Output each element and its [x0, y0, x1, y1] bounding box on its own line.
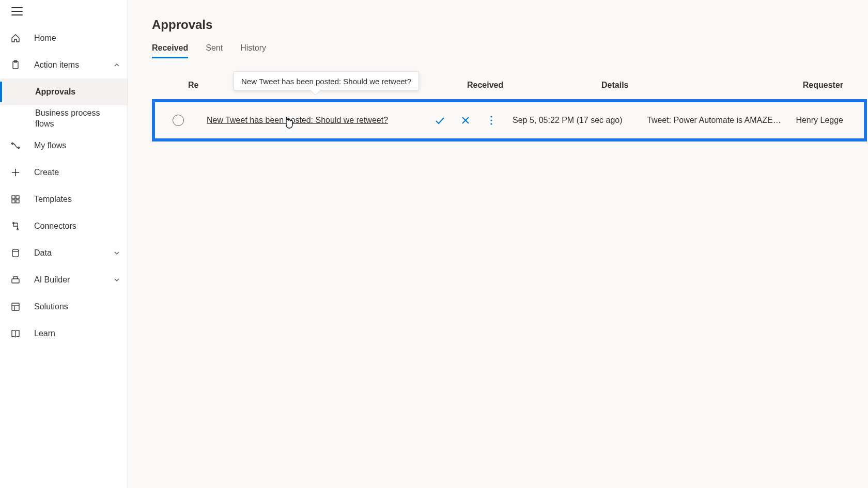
- cell-received: Sep 5, 05:22 PM (17 sec ago): [513, 116, 647, 125]
- svg-rect-9: [16, 200, 19, 203]
- column-header-requester[interactable]: Requester: [741, 81, 868, 90]
- chevron-down-icon: [113, 249, 120, 257]
- sidebar-item-create[interactable]: Create: [0, 159, 128, 186]
- sidebar-item-business-process-flows[interactable]: Business process flows: [0, 105, 128, 132]
- svg-point-22: [490, 123, 492, 124]
- sidebar-item-learn[interactable]: Learn: [0, 320, 128, 347]
- sidebar-item-label: Solutions: [34, 302, 120, 312]
- svg-rect-13: [12, 279, 19, 283]
- table-row[interactable]: New Tweet has been posted: Should we ret…: [155, 115, 864, 126]
- tabs: Received Sent History: [152, 43, 868, 58]
- svg-point-20: [490, 116, 492, 117]
- sidebar-item-action-items[interactable]: Action items: [0, 52, 128, 78]
- book-icon: [10, 328, 21, 339]
- sidebar-item-label: Business process flows: [35, 108, 120, 130]
- flows-icon: [10, 140, 21, 151]
- cell-details: Tweet: Power Automate is AMAZEBA…: [647, 116, 786, 125]
- sidebar: Home Action items Approvals Business pro…: [0, 0, 128, 488]
- sidebar-item-my-flows[interactable]: My flows: [0, 132, 128, 159]
- sidebar-item-label: Create: [34, 167, 120, 178]
- home-icon: [10, 33, 21, 43]
- page-title: Approvals: [152, 18, 868, 32]
- svg-rect-7: [16, 196, 19, 199]
- sidebar-item-label: Learn: [34, 328, 120, 339]
- sidebar-item-home[interactable]: Home: [0, 25, 128, 52]
- reject-button[interactable]: [460, 115, 471, 126]
- column-header-received[interactable]: Received: [467, 81, 601, 90]
- sidebar-item-approvals[interactable]: Approvals: [0, 78, 128, 105]
- nav-list: Home Action items Approvals Business pro…: [0, 21, 128, 347]
- svg-rect-8: [12, 200, 15, 203]
- sidebar-item-label: Action items: [34, 60, 113, 71]
- sidebar-item-data[interactable]: Data: [0, 240, 128, 266]
- svg-rect-6: [12, 196, 15, 199]
- solutions-icon: [10, 302, 21, 312]
- sidebar-item-solutions[interactable]: Solutions: [0, 293, 128, 320]
- tab-received[interactable]: Received: [152, 43, 188, 58]
- table-header-row: Re New Tweet has been posted: Should we …: [152, 81, 868, 97]
- sidebar-item-label: Connectors: [34, 221, 120, 232]
- main-content: Approvals Received Sent History Re New T…: [128, 0, 868, 488]
- sidebar-item-label: Approvals: [35, 87, 120, 98]
- sidebar-item-label: Templates: [34, 194, 120, 205]
- tooltip: New Tweet has been posted: Should we ret…: [234, 71, 419, 90]
- tab-history[interactable]: History: [240, 43, 266, 58]
- approve-button[interactable]: [434, 115, 445, 126]
- connectors-icon: [10, 221, 21, 231]
- approval-title-link[interactable]: New Tweet has been posted: Should we ret…: [207, 116, 403, 125]
- sidebar-item-label: Data: [34, 248, 113, 259]
- database-icon: [10, 248, 21, 258]
- column-header-details[interactable]: Details: [601, 81, 741, 90]
- sidebar-item-templates[interactable]: Templates: [0, 186, 128, 213]
- menu-toggle-button[interactable]: [11, 7, 23, 15]
- clipboard-icon: [10, 60, 21, 70]
- sidebar-item-connectors[interactable]: Connectors: [0, 213, 128, 240]
- templates-icon: [10, 194, 21, 204]
- column-header-request[interactable]: Re: [188, 81, 198, 89]
- svg-rect-14: [12, 303, 19, 310]
- chevron-down-icon: [113, 276, 120, 284]
- ai-builder-icon: [10, 275, 21, 285]
- sidebar-item-label: My flows: [34, 140, 120, 151]
- tab-sent[interactable]: Sent: [206, 43, 223, 58]
- sidebar-item-label: AI Builder: [34, 275, 113, 286]
- chevron-up-icon: [113, 61, 120, 69]
- sidebar-item-ai-builder[interactable]: AI Builder: [0, 266, 128, 293]
- svg-point-21: [490, 119, 492, 121]
- tooltip-text: New Tweet has been posted: Should we ret…: [241, 77, 411, 86]
- svg-point-12: [12, 249, 19, 251]
- cell-requester: Henry Legge: [786, 116, 864, 125]
- plus-icon: [10, 167, 21, 178]
- highlighted-row-container: New Tweet has been posted: Should we ret…: [152, 99, 867, 141]
- row-select-radio[interactable]: [173, 115, 184, 126]
- more-options-button[interactable]: [486, 115, 497, 126]
- sidebar-item-label: Home: [34, 33, 120, 44]
